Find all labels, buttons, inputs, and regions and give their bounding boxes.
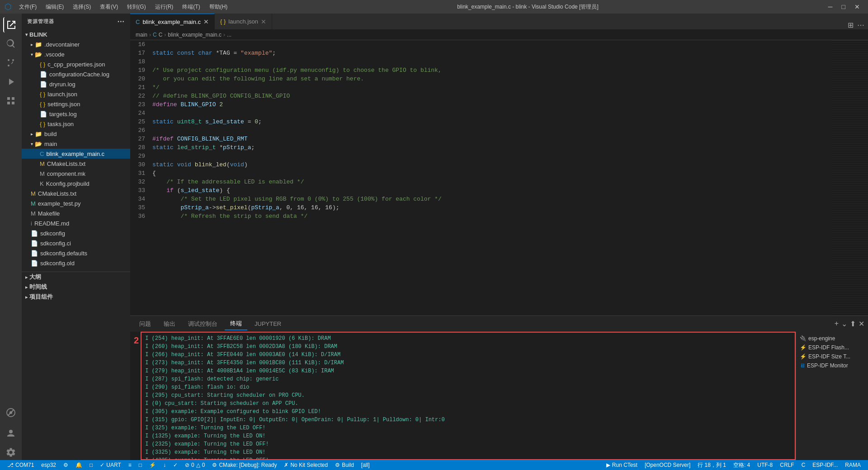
status-gear-icon[interactable]: ⚙ — [60, 460, 72, 470]
window-minimize-button[interactable]: ─ — [825, 2, 836, 11]
tree-item-readme[interactable]: i README.md — [22, 218, 130, 228]
breadcrumb-more[interactable]: ... — [227, 32, 231, 38]
tree-item-targets-log[interactable]: 📄 targets.log — [22, 109, 130, 119]
tree-item-kconfig[interactable]: K Kconfig.projbuild — [22, 179, 130, 188]
status-square-icon[interactable]: □ — [135, 460, 146, 470]
sidebar-more-icon[interactable]: ⋯ — [117, 17, 125, 26]
title-bar-controls[interactable]: ─ □ ✕ — [825, 2, 863, 11]
panel-add-icon[interactable]: + — [835, 320, 839, 328]
status-openocd[interactable]: [OpenOCD Server] — [641, 460, 694, 470]
tab-launch-json[interactable]: { } launch.json ✕ — [215, 14, 272, 29]
menu-terminal[interactable]: 终端(T) — [179, 2, 203, 12]
status-com71: COM71 — [15, 462, 34, 468]
esp-panel-item-engine[interactable]: 🔌 esp-engine — [800, 335, 864, 342]
tab-close-button[interactable]: ✕ — [261, 18, 266, 25]
tree-item-makefile[interactable]: M Makefile — [22, 208, 130, 218]
tree-item-tasks-json[interactable]: { } tasks.json — [22, 119, 130, 129]
code-editor[interactable]: 16 17 static const char *TAG = "example"… — [130, 40, 832, 315]
status-spaces[interactable]: 空格: 4 — [730, 460, 754, 470]
activity-search-icon[interactable] — [3, 36, 19, 52]
status-bell-icon[interactable]: 🔔 — [72, 460, 86, 470]
tree-item-sdkconfig-ci[interactable]: 📄 sdkconfig.ci — [22, 238, 130, 248]
tree-item-config-cache[interactable]: 📄 configurationCache.log — [22, 69, 130, 79]
status-build[interactable]: ⚙ Build — [331, 460, 358, 470]
status-espidf[interactable]: ESP-IDF... — [809, 460, 841, 470]
activity-extensions-icon[interactable] — [3, 93, 19, 108]
status-checkbox[interactable]: □ — [86, 460, 96, 470]
panel-close-icon[interactable]: ✕ — [859, 320, 864, 328]
status-no-kit[interactable]: ✗ No Kit Selected — [280, 460, 331, 470]
status-branch-icon[interactable]: ⎇ COM71 — [4, 460, 38, 470]
panel-tab-debug-console[interactable]: 调试控制台 — [183, 318, 223, 330]
tree-item-sdkconfig[interactable]: 📄 sdkconfig — [22, 228, 130, 238]
status-encoding[interactable]: UTF-8 — [754, 460, 776, 470]
tree-item-sdkconfig-old[interactable]: 📄 sdkconfig.old — [22, 258, 130, 268]
status-uart[interactable]: ✓ UART — [96, 460, 124, 470]
status-all[interactable]: [all] — [358, 460, 373, 470]
terminal[interactable]: I (254) heap_init: At 3FFAE6E0 len 00001… — [141, 332, 796, 460]
status-errors-warnings[interactable]: ⊘ 0 △ 0 — [181, 460, 208, 470]
esp-panel-item-monitor[interactable]: 🖥 ESP-IDF Monitor — [800, 362, 864, 369]
menu-help[interactable]: 帮助(H) — [206, 2, 231, 12]
breadcrumb-file[interactable]: C — [159, 32, 163, 38]
tree-item-build[interactable]: ▸ 📁 build — [22, 129, 130, 139]
window-maximize-button[interactable]: □ — [838, 2, 849, 11]
panel-tab-problems[interactable]: 问题 — [134, 318, 156, 330]
esp-panel-item-flash[interactable]: ⚡ ESP-IDF Flash... — [800, 344, 864, 351]
tree-item-cmakelists-main[interactable]: M CMakeLists.txt — [22, 159, 130, 169]
esp-panel-item-size[interactable]: ⚡ ESP-IDF Size T... — [800, 353, 864, 360]
panel-split-icon[interactable]: ⌄ — [841, 320, 847, 328]
activity-run-debug-icon[interactable] — [3, 74, 19, 89]
tree-root-blink[interactable]: ▾ BLINK — [22, 29, 130, 39]
status-arrow-down[interactable]: ↓ — [160, 460, 170, 470]
tab-close-button[interactable]: ✕ — [203, 18, 209, 25]
menu-selection[interactable]: 选择(S) — [69, 2, 94, 12]
tree-item-launch-json[interactable]: { } launch.json — [22, 89, 130, 99]
sidebar-section-components[interactable]: ▸ 项目组件 — [22, 292, 130, 302]
tree-item-blink-main-c[interactable]: C blink_example_main.c — [22, 149, 130, 159]
menu-edit[interactable]: 编辑(E) — [42, 2, 67, 12]
panel-maximize-icon[interactable]: ⬆ — [850, 320, 856, 328]
activity-remote-icon[interactable] — [3, 405, 19, 420]
tree-item-cmakelists-root[interactable]: M CMakeLists.txt — [22, 188, 130, 198]
activity-explorer-icon[interactable] — [3, 17, 19, 33]
status-cmake[interactable]: ⚙ CMake: [Debug]: Ready — [208, 460, 280, 470]
tree-item-component-mk[interactable]: M component.mk — [22, 169, 130, 179]
status-menu-icon[interactable]: ≡ — [125, 460, 135, 470]
tree-item-cpp-properties[interactable]: { } c_cpp_properties.json — [22, 59, 130, 69]
sidebar-section-outline[interactable]: ▸ 大纲 — [22, 272, 130, 282]
status-rama[interactable]: RAMA — [841, 460, 864, 470]
status-check[interactable]: ✓ — [170, 460, 181, 470]
tab-blink-main[interactable]: C blink_example_main.c ✕ — [130, 14, 215, 29]
activity-source-control-icon[interactable] — [3, 55, 19, 70]
more-actions-icon[interactable]: ⋯ — [857, 21, 864, 29]
tree-item-vscode[interactable]: ▾ 📂 .vscode — [22, 49, 130, 59]
activity-settings-icon[interactable] — [3, 445, 19, 460]
activity-account-icon[interactable] — [3, 426, 19, 441]
breadcrumb-symbol[interactable]: blink_example_main.c — [168, 32, 222, 38]
panel-tab-terminal[interactable]: 终端 — [225, 318, 247, 330]
split-editor-icon[interactable]: ⊞ — [848, 21, 854, 29]
menu-view[interactable]: 查看(V) — [96, 2, 122, 12]
status-eol[interactable]: CRLF — [776, 460, 797, 470]
tree-item-example-test[interactable]: M example_test.py — [22, 198, 130, 208]
panel-tab-jupyter[interactable]: JUPYTER — [249, 319, 287, 329]
status-line-col[interactable]: 行 18，列 1 — [694, 460, 730, 470]
tree-item-dryrun[interactable]: 📄 dryrun.log — [22, 79, 130, 89]
tree-item-settings-json[interactable]: { } settings.json — [22, 99, 130, 109]
menu-run[interactable]: 运行(R) — [151, 2, 177, 12]
status-language[interactable]: C — [798, 460, 809, 470]
tree-item-main[interactable]: ▾ 📂 main — [22, 139, 130, 149]
panel-tab-output[interactable]: 输出 — [158, 318, 181, 330]
menu-file[interactable]: 文件(F) — [15, 2, 40, 12]
title-bar-menu[interactable]: 文件(F) 编辑(E) 选择(S) 查看(V) 转到(G) 运行(R) 终端(T… — [15, 2, 231, 12]
tree-item-sdkconfig-defaults[interactable]: 📄 sdkconfig.defaults — [22, 248, 130, 258]
status-run-ctest[interactable]: ▶ Run CTest — [603, 460, 641, 470]
sidebar-section-timeline[interactable]: ▸ 时间线 — [22, 282, 130, 292]
breadcrumb-main[interactable]: main — [136, 32, 147, 38]
tree-item-devcontainer[interactable]: ▸ 📁 .devcontainer — [22, 39, 130, 49]
menu-goto[interactable]: 转到(G) — [123, 2, 149, 12]
status-esp32[interactable]: esp32 — [38, 460, 60, 470]
status-flash-icon[interactable]: ⚡ — [146, 460, 160, 470]
window-close-button[interactable]: ✕ — [851, 2, 863, 11]
